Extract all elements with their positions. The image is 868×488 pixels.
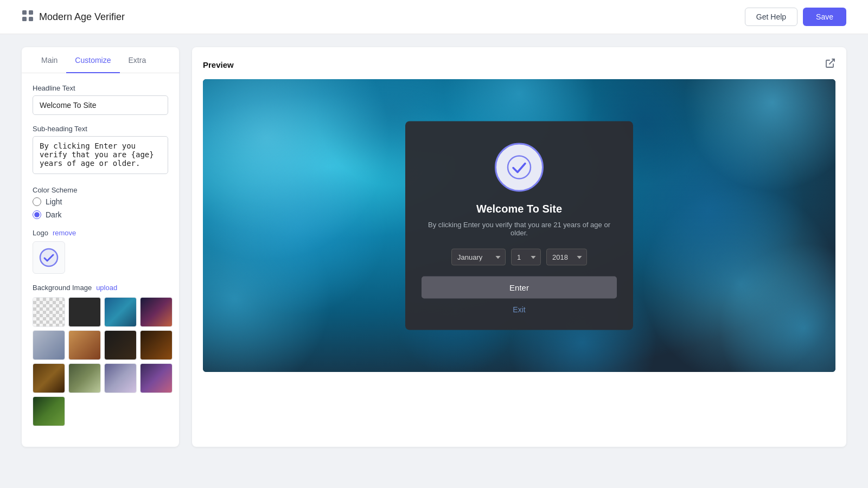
subheading-label: Sub-heading Text xyxy=(33,125,168,133)
get-help-button[interactable]: Get Help xyxy=(745,8,797,26)
preview-header: Preview xyxy=(203,58,835,72)
headline-field-group: Headline Text xyxy=(33,84,168,115)
bg-thumb-flower[interactable] xyxy=(140,363,173,393)
year-select[interactable]: 2018 2000 1990 xyxy=(546,249,587,266)
preview-title: Preview xyxy=(203,60,234,69)
logo-remove-link[interactable]: remove xyxy=(53,229,76,237)
modal-headline: Welcome To Site xyxy=(476,203,562,215)
day-select[interactable]: 1 2 15 xyxy=(511,249,541,266)
app-title: Modern Age Verifier xyxy=(39,11,125,23)
bg-image-field-group: Background Image upload xyxy=(33,284,168,426)
app-brand: Modern Age Verifier xyxy=(22,10,125,24)
modal-checkmark-icon xyxy=(507,155,532,180)
bg-upload-link[interactable]: upload xyxy=(96,284,117,292)
radio-light-label: Light xyxy=(46,197,62,206)
preview-area: Welcome To Site By clicking Enter you ve… xyxy=(203,79,835,372)
bg-thumb-plant[interactable] xyxy=(33,396,65,426)
main-content: Main Customize Extra Headline Text Sub-h… xyxy=(0,34,868,460)
age-verify-modal: Welcome To Site By clicking Enter you ve… xyxy=(405,121,633,330)
tab-main[interactable]: Main xyxy=(33,47,66,73)
logo-checkmark-svg xyxy=(39,248,59,267)
bg-thumb-transparent[interactable] xyxy=(33,297,65,327)
bg-thumb-dark-orange[interactable] xyxy=(140,330,173,360)
subheading-field-group: Sub-heading Text By clicking Enter you v… xyxy=(33,125,168,176)
logo-label: Logo xyxy=(33,229,48,237)
external-link-icon[interactable] xyxy=(825,58,835,72)
month-select[interactable]: January February March xyxy=(451,249,506,266)
svg-rect-0 xyxy=(22,10,27,15)
logo-thumbnail[interactable] xyxy=(33,241,65,274)
logo-field-group: Logo remove xyxy=(33,229,168,274)
headline-label: Headline Text xyxy=(33,84,168,92)
tab-customize[interactable]: Customize xyxy=(66,47,119,73)
bg-thumb-blue-balls[interactable] xyxy=(104,297,137,327)
color-scheme-label: Color Scheme xyxy=(33,186,168,194)
radio-light[interactable]: Light xyxy=(33,197,168,206)
color-scheme-options: Light Dark xyxy=(33,197,168,219)
tab-extra[interactable]: Extra xyxy=(120,47,155,73)
bg-thumb-figure[interactable] xyxy=(104,330,137,360)
bg-section-label: Background Image upload xyxy=(33,284,168,292)
panel-body: Headline Text Sub-heading Text By clicki… xyxy=(22,73,179,447)
bg-thumb-whiskey[interactable] xyxy=(33,363,65,393)
right-panel: Preview xyxy=(192,47,846,447)
grid-icon xyxy=(22,10,34,24)
enter-button[interactable]: Enter xyxy=(422,277,617,299)
headline-input[interactable] xyxy=(33,95,168,115)
svg-rect-3 xyxy=(29,17,33,21)
modal-subheading: By clicking Enter you verify that you ar… xyxy=(422,221,617,237)
logo-section-label: Logo remove xyxy=(33,229,168,237)
radio-dark-input[interactable] xyxy=(33,210,41,219)
bg-thumb-road[interactable] xyxy=(68,363,101,393)
modal-date-selectors: January February March 1 2 15 2018 2000 … xyxy=(451,249,587,266)
exit-link[interactable]: Exit xyxy=(513,305,525,314)
svg-rect-2 xyxy=(22,17,27,21)
modal-icon-circle xyxy=(495,143,544,192)
left-panel: Main Customize Extra Headline Text Sub-h… xyxy=(22,47,179,447)
bg-thumb-sunset[interactable] xyxy=(140,297,173,327)
bg-images-grid xyxy=(33,297,168,426)
bg-thumb-silver[interactable] xyxy=(33,330,65,360)
radio-dark[interactable]: Dark xyxy=(33,210,168,219)
bg-image-label: Background Image xyxy=(33,284,92,292)
tab-bar: Main Customize Extra xyxy=(22,47,179,73)
bg-thumb-lavender[interactable] xyxy=(104,363,137,393)
header-actions: Get Help Save xyxy=(745,8,846,26)
subheading-input[interactable]: By clicking Enter you verify that you ar… xyxy=(33,136,168,174)
color-scheme-group: Color Scheme Light Dark xyxy=(33,186,168,219)
svg-point-5 xyxy=(508,156,531,179)
save-button[interactable]: Save xyxy=(803,8,846,26)
radio-light-input[interactable] xyxy=(33,197,41,206)
bg-thumb-warm[interactable] xyxy=(68,330,101,360)
svg-rect-1 xyxy=(29,10,33,15)
bg-thumb-dark[interactable] xyxy=(68,297,101,327)
svg-point-4 xyxy=(40,249,58,266)
app-header: Modern Age Verifier Get Help Save xyxy=(0,0,868,34)
radio-dark-label: Dark xyxy=(46,210,62,219)
